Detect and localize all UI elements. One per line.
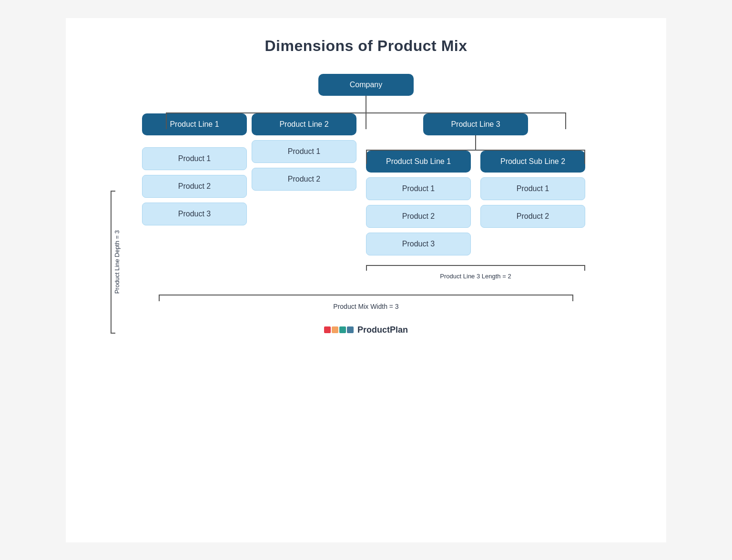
page-title: Dimensions of Product Mix	[94, 37, 638, 55]
logo-block-orange	[332, 326, 338, 333]
pl2-product2: Product 2	[252, 168, 356, 191]
branch-psl2: Product Sub Line 2 Product 1 Product 2	[480, 151, 585, 228]
psl2-label: Product Sub Line 2	[480, 151, 585, 173]
branch-psl1: Product Sub Line 1 Product 1 Product 2 P…	[366, 151, 471, 255]
logo-block-blue	[347, 326, 354, 333]
psl2-product1: Product 1	[480, 177, 585, 200]
psl1-product3: Product 3	[366, 233, 471, 255]
width-label: Product Mix Width = 3	[333, 303, 398, 310]
psl1-product1: Product 1	[366, 177, 471, 200]
pl3-label: Product Line 3	[423, 113, 528, 135]
page-container: Dimensions of Product Mix Product Line D…	[66, 18, 666, 542]
pl1-product2: Product 2	[142, 175, 247, 198]
psl1-label: Product Sub Line 1	[366, 151, 471, 173]
pl2-label: Product Line 2	[252, 113, 356, 135]
company-label: Company	[318, 74, 414, 96]
psl1-product2: Product 2	[366, 205, 471, 228]
pl1-label: Product Line 1	[142, 113, 247, 135]
branch-pl2: Product Line 2 Product 1 Product 2	[252, 113, 356, 191]
pl2-product1: Product 1	[252, 140, 356, 163]
logo-block-red	[324, 326, 331, 333]
pl3-length-label: Product Line 3 Length = 2	[440, 273, 511, 280]
width-bracket: Product Mix Width = 3	[159, 295, 573, 311]
company-vert-line	[366, 96, 366, 112]
pl1-product1: Product 1	[142, 147, 247, 170]
pl3-horiz-bar	[366, 150, 585, 151]
psl2-product2: Product 2	[480, 205, 585, 228]
logo-section: ProductPlan	[94, 325, 638, 335]
pl1-product3: Product 3	[142, 203, 247, 225]
logo-icon	[324, 326, 354, 333]
branch-pl3: Product Line 3 Product Sub Line 1	[361, 113, 590, 280]
logo-block-green	[339, 326, 346, 333]
width-bracket-section: Product Mix Width = 3	[94, 295, 638, 311]
level1-horiz-bar	[166, 112, 566, 113]
pl3-vert-line	[475, 135, 476, 150]
pl3-length-bracket: Product Line 3 Length = 2	[366, 265, 585, 280]
company-node: Company	[318, 74, 414, 96]
depth-bracket: Product Line Depth = 3	[102, 191, 121, 334]
depth-label: Product Line Depth = 3	[113, 230, 121, 294]
branch-pl1: Product Line 1 Product 1 Product 2 Produ…	[142, 113, 247, 225]
logo-text: ProductPlan	[357, 325, 408, 335]
